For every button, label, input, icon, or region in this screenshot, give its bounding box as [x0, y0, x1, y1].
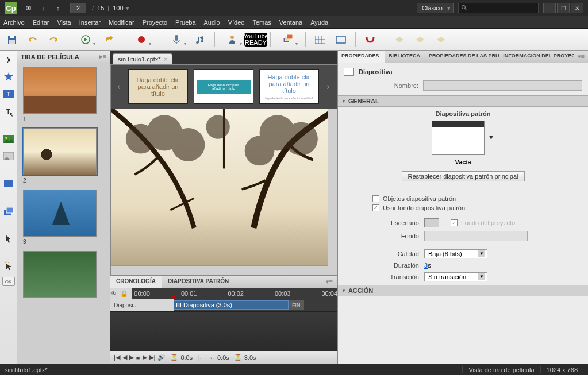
- rect-tool[interactable]: [2, 177, 16, 191]
- reset-master-button[interactable]: Restablecer diapositiva patrón principal: [402, 171, 525, 181]
- track-body[interactable]: Diapositiva (3.0s) FIN: [174, 299, 337, 311]
- text-click-tool[interactable]: T: [2, 105, 16, 118]
- layer-1-button[interactable]: [391, 31, 408, 48]
- menu-vista[interactable]: Vista: [57, 19, 71, 26]
- tab-propiedades[interactable]: PROPIEDADES: [338, 51, 385, 63]
- document-tab[interactable]: sin título1.cptx* ×: [113, 53, 172, 64]
- menu-proyecto[interactable]: Proyecto: [143, 19, 167, 26]
- props-options-icon[interactable]: ▾≡: [574, 51, 588, 63]
- undo-button[interactable]: [24, 31, 41, 48]
- star-tool[interactable]: [2, 70, 16, 84]
- timeline-clip[interactable]: Diapositiva (3.0s): [174, 300, 289, 310]
- single-view-button[interactable]: [332, 31, 349, 48]
- youtube-button[interactable]: YouTubeREADY: [247, 31, 264, 48]
- redo-button[interactable]: [45, 31, 62, 48]
- tl-prev-icon[interactable]: ◀: [122, 354, 127, 361]
- slide-thumb-1[interactable]: [23, 67, 97, 114]
- section-general[interactable]: GENERAL: [338, 95, 588, 107]
- tl-play-icon[interactable]: ▶: [129, 354, 134, 361]
- panel-options-icon[interactable]: ▸≡: [99, 53, 106, 60]
- canvas[interactable]: [111, 109, 337, 275]
- zoom-dropdown-icon[interactable]: ▾: [126, 5, 129, 12]
- template-3[interactable]: Haga doble clic para añadir un títuloHag…: [259, 69, 319, 104]
- page-current-input[interactable]: [70, 3, 86, 13]
- menu-modificar[interactable]: Modificar: [109, 19, 134, 26]
- close-tab-icon[interactable]: ×: [164, 56, 168, 63]
- menu-temas[interactable]: Temas: [252, 19, 271, 26]
- upload-icon[interactable]: ↑: [53, 3, 63, 13]
- canvas-scrollbar-v[interactable]: [328, 109, 337, 275]
- ok-button[interactable]: OK: [2, 277, 15, 286]
- quality-select[interactable]: Baja (8 bits): [424, 249, 487, 258]
- tab-diapositiva-patron[interactable]: DIAPOSITIVA PATRÓN: [162, 276, 235, 288]
- cb-usebg[interactable]: ✓: [372, 204, 379, 211]
- layer-3-button[interactable]: [432, 31, 449, 48]
- slide-thumb-2[interactable]: [23, 128, 97, 175]
- cb-objects[interactable]: [372, 195, 379, 202]
- tab-cronologia[interactable]: CRONOLOGÍA: [110, 276, 162, 288]
- layer-2-button[interactable]: [412, 31, 429, 48]
- lock-icon[interactable]: 🔒: [120, 290, 128, 297]
- playhead[interactable]: [174, 299, 174, 311]
- slides-button[interactable]: [276, 31, 299, 48]
- audio-note-button[interactable]: [191, 31, 209, 48]
- section-action[interactable]: ACCIÓN: [338, 285, 588, 296]
- close-button[interactable]: ✕: [571, 3, 583, 13]
- workspace-dropdown[interactable]: Clásico: [417, 3, 454, 13]
- record-button[interactable]: [130, 31, 153, 48]
- slide-thumb-3[interactable]: [23, 190, 97, 237]
- maximize-button[interactable]: ☐: [557, 3, 570, 13]
- menu-editar[interactable]: Editar: [33, 19, 49, 26]
- actor-button[interactable]: [221, 31, 244, 48]
- menu-ayuda[interactable]: Ayuda: [310, 19, 328, 26]
- minimize-button[interactable]: —: [543, 3, 556, 13]
- tl-sound-icon[interactable]: 🔊: [157, 354, 166, 361]
- menu-archivo[interactable]: Archivo: [3, 19, 25, 26]
- image-2-tool[interactable]: [2, 149, 16, 163]
- text-tool[interactable]: T: [2, 87, 16, 101]
- tab-prop-prueba[interactable]: PROPIEDADES DE LAS PRUE: [425, 51, 499, 63]
- grid-view-button[interactable]: [312, 31, 329, 48]
- menu-prueba[interactable]: Prueba: [175, 19, 195, 26]
- slide-thumb-4[interactable]: [23, 251, 97, 298]
- menu-insertar[interactable]: Insertar: [79, 19, 101, 26]
- transition-select[interactable]: Sin transición: [424, 272, 487, 281]
- image-tool[interactable]: [2, 132, 16, 146]
- pointer-tool[interactable]: [2, 232, 16, 246]
- play-button[interactable]: [74, 31, 97, 48]
- template-prev-icon[interactable]: ‹: [116, 82, 122, 92]
- menu-video[interactable]: Vídeo: [228, 19, 245, 26]
- search-input[interactable]: [458, 3, 539, 13]
- tl-first-icon[interactable]: |◀: [114, 354, 120, 361]
- menu-ventana[interactable]: Ventana: [279, 19, 302, 26]
- visibility-icon[interactable]: 👁: [110, 290, 117, 297]
- tl-next-icon[interactable]: ▶: [143, 354, 147, 361]
- tab-biblioteca[interactable]: BIBLIOTECA: [385, 51, 425, 63]
- template-1[interactable]: Haga doble clic para añadir un título: [128, 69, 188, 104]
- stage-swatch[interactable]: [424, 218, 439, 227]
- expand-icon[interactable]: ⟫: [2, 53, 16, 67]
- master-thumb[interactable]: [432, 121, 485, 155]
- canvas-scrollbar-h[interactable]: [111, 265, 328, 275]
- markers-icon[interactable]: |← →|: [197, 354, 215, 361]
- share-button[interactable]: [101, 31, 118, 48]
- tl-stop-icon[interactable]: ■: [136, 354, 140, 361]
- snap-button[interactable]: [362, 31, 379, 48]
- template-2[interactable]: Haga doble clic para añadir un título: [194, 69, 253, 104]
- timeline-options-icon[interactable]: ▾≡: [321, 276, 337, 288]
- magic-pointer-tool[interactable]: [2, 260, 16, 273]
- name-input[interactable]: [423, 80, 582, 91]
- mic-button[interactable]: [165, 31, 188, 48]
- zoom-level[interactable]: 100: [113, 5, 123, 11]
- tl-last-icon[interactable]: ▶|: [149, 354, 156, 361]
- template-next-icon[interactable]: ›: [325, 82, 332, 92]
- track-label[interactable]: Diaposi..: [110, 299, 174, 311]
- master-dropdown-icon[interactable]: ▼: [488, 133, 495, 141]
- tab-info-proyecto[interactable]: INFORMACIÓN DEL PROYEC: [499, 51, 574, 63]
- download-icon[interactable]: ↓: [38, 3, 48, 13]
- save-button[interactable]: [3, 31, 21, 48]
- layers-tool[interactable]: [2, 204, 16, 218]
- menu-audio[interactable]: Audio: [204, 19, 220, 26]
- timeline-ruler[interactable]: 00:00 00:01 00:02 00:03 00:04: [132, 288, 337, 299]
- mail-icon[interactable]: ✉: [23, 3, 33, 13]
